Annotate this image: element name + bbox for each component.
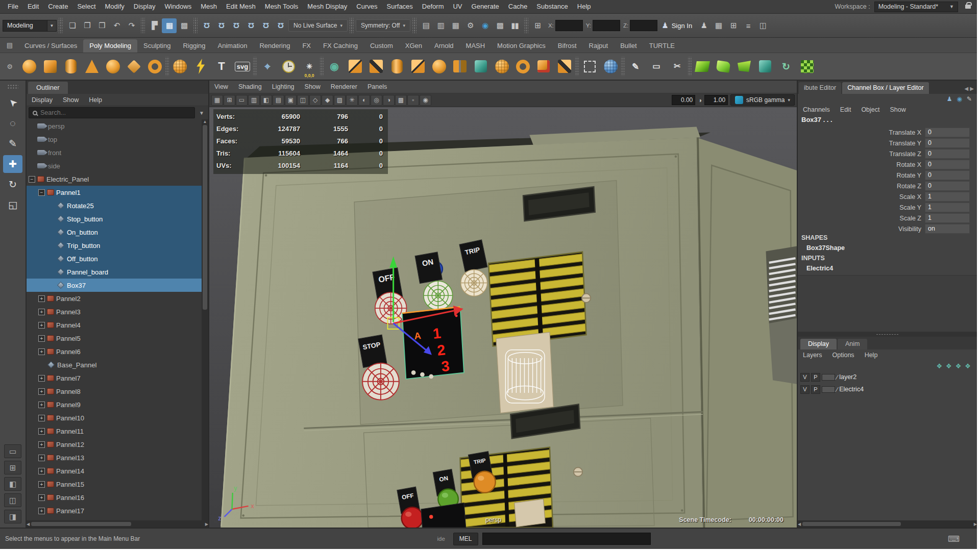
outliner-item-pannel-board[interactable]: Pannel_board	[27, 265, 202, 279]
outliner-item-base-pannel[interactable]: Base_Pannel	[27, 358, 202, 371]
exposure-field[interactable]	[672, 95, 695, 105]
outliner-title-tab[interactable]: Outliner	[28, 82, 68, 94]
expand-icon[interactable]: +	[38, 388, 45, 395]
panel-menu-renderer[interactable]: Renderer	[326, 83, 362, 90]
snap-to-curve-icon[interactable]: Ω	[214, 18, 229, 33]
viewport-scene[interactable]: OFF ON TRI	[209, 107, 797, 528]
panel-menu-view[interactable]: View	[209, 83, 233, 90]
layer-menu-options[interactable]: Options	[827, 352, 860, 359]
channel-box-horizontal-scrollbar[interactable]: ◀ ▶	[798, 520, 977, 528]
channel-value[interactable]: 0	[925, 160, 970, 169]
shelf-cut-faces-tool[interactable]: ✂	[667, 55, 688, 78]
shelf-tab-bifrost[interactable]: Bifrost	[552, 39, 583, 53]
menu-curves[interactable]: Curves	[352, 0, 382, 13]
open-render-view-icon[interactable]: ▤	[419, 18, 433, 33]
outliner-item-rotate25[interactable]: Rotate25	[27, 199, 202, 212]
layout-persp-outliner[interactable]: ◧	[4, 477, 21, 491]
expand-icon[interactable]: +	[38, 468, 45, 474]
layer-row-layer2[interactable]: VP∕layer2	[798, 371, 977, 383]
layer-visible-toggle[interactable]: V	[800, 385, 810, 394]
scroll-left-icon[interactable]: ◀	[798, 522, 801, 527]
menu-set-select[interactable]: Modeling	[3, 20, 47, 32]
toolbar-grip[interactable]	[59, 18, 63, 33]
shelf-tab-rendering[interactable]: Rendering	[253, 39, 296, 53]
menu-mesh-display[interactable]: Mesh Display	[303, 0, 352, 13]
channel-value[interactable]: 0	[925, 149, 970, 159]
outliner-item-top[interactable]: top	[27, 133, 202, 146]
menu-modify[interactable]: Modify	[101, 0, 129, 13]
workspace-select[interactable]: Modeling - Standard* ▼	[874, 2, 958, 12]
undo-icon[interactable]: ↶	[109, 18, 124, 33]
outliner-horizontal-scrollbar[interactable]: ◀ ▶	[27, 520, 208, 528]
shelf-tab-xgen[interactable]: XGen	[399, 39, 428, 53]
scrollbar-thumb[interactable]	[203, 125, 207, 310]
layer-visible-toggle[interactable]: V	[800, 373, 810, 382]
rotate-tool[interactable]: ↻	[3, 176, 22, 193]
shelf-tab-bullet[interactable]: Bullet	[614, 39, 643, 53]
pose-editor-icon[interactable]: ▦	[711, 18, 726, 33]
expand-icon[interactable]: +	[38, 455, 45, 461]
channel-value[interactable]: on	[925, 224, 970, 234]
shelf-uv-cube[interactable]	[755, 55, 775, 78]
move-layer-up-icon[interactable]: ❖	[936, 362, 942, 370]
shelf-extrude-faces[interactable]	[387, 55, 407, 78]
film-gate-icon[interactable]: ▭	[236, 95, 248, 106]
orange-button-lower[interactable]	[474, 471, 496, 493]
shelf-poly-cylinder[interactable]	[61, 55, 81, 78]
outliner-item-pannel10[interactable]: +Pannel10	[27, 411, 202, 424]
red-button-lower[interactable]	[402, 507, 423, 528]
outliner-item-front[interactable]: front	[27, 146, 202, 159]
shelf-create-polygon-tool[interactable]	[190, 55, 211, 78]
shelf-multi-cut-tool[interactable]	[512, 55, 533, 78]
shelf-poly-cone[interactable]	[82, 55, 102, 78]
shelf-tab-curves-surfaces[interactable]: Curves / Surfaces	[18, 39, 83, 53]
snap-to-projected-center-icon[interactable]: Ω	[244, 18, 259, 33]
shelf-revolve-spiral[interactable]: ↻	[776, 55, 796, 78]
isolate-select-icon[interactable]: ◉	[420, 95, 431, 106]
mel-language-button[interactable]: MEL	[453, 533, 478, 545]
panel-menu-shading[interactable]: Shading	[233, 83, 267, 90]
scroll-left-icon[interactable]: ◀	[27, 522, 30, 527]
panel-divider-handle[interactable]	[798, 332, 977, 337]
outliner-item-pannel8[interactable]: +Pannel8	[27, 385, 202, 398]
outliner-item-pannel17[interactable]: +Pannel17	[27, 504, 202, 517]
ipr-render-icon[interactable]: ▦	[448, 18, 463, 33]
expand-icon[interactable]: +	[38, 402, 45, 408]
outliner-item-off-button[interactable]: Off_button	[27, 252, 202, 265]
outliner-item-pannel6[interactable]: +Pannel6	[27, 345, 202, 358]
outliner-item-pannel16[interactable]: +Pannel16	[27, 491, 202, 504]
expand-icon[interactable]: +	[38, 348, 45, 355]
script-editor-icon[interactable]: ⌨	[948, 534, 960, 544]
tab-scroll-right-icon[interactable]: ▶	[970, 86, 974, 91]
on-label-upper[interactable]: ON	[415, 252, 442, 283]
screen-space-ao-icon[interactable]: ◎	[371, 95, 382, 106]
expand-icon[interactable]: +	[38, 494, 45, 501]
menu-mesh-tools[interactable]: Mesh Tools	[260, 0, 303, 13]
shelf-boolean-difference[interactable]	[366, 55, 386, 78]
menu-create[interactable]: Create	[43, 0, 72, 13]
scale-tool[interactable]: ◱	[3, 196, 22, 214]
outliner-item-electric-panel[interactable]: −Electric_Panel	[27, 172, 202, 186]
toolbar-grip[interactable]	[193, 18, 198, 33]
shelf-edit-edge-flow[interactable]: ▭	[646, 55, 667, 78]
search-input[interactable]	[40, 109, 191, 116]
shelf-poly-cube[interactable]	[40, 55, 60, 78]
search-field[interactable]	[29, 107, 195, 118]
shelf-platonic-solid[interactable]	[169, 55, 190, 78]
outliner-menu-help[interactable]: Help	[84, 96, 107, 104]
shelf-tab-fx[interactable]: FX	[296, 39, 317, 53]
select-by-component-icon[interactable]: ▩	[177, 18, 191, 33]
toolbar-grip[interactable]	[141, 18, 145, 33]
layout-single-pane[interactable]: ▭	[4, 444, 21, 458]
layout-hypershade-persp[interactable]: ◫	[4, 493, 21, 507]
shelf-tab-sculpting[interactable]: Sculpting	[137, 39, 177, 53]
render-current-frame-icon[interactable]: ▥	[433, 18, 448, 33]
shelf-tab-custom[interactable]: Custom	[364, 39, 399, 53]
render-settings-icon[interactable]: ⚙	[463, 18, 478, 33]
outliner-item-on-button[interactable]: On_button	[27, 226, 202, 239]
shelf-tab-poly-modeling[interactable]: Poly Modeling	[83, 39, 137, 53]
absolute-transform-icon[interactable]: ⊞	[530, 18, 545, 33]
shelf-combine-meshes[interactable]: ◉	[324, 55, 345, 78]
off-button-wireframe[interactable]	[375, 292, 407, 324]
input-node-name[interactable]: Electric4	[798, 265, 977, 275]
